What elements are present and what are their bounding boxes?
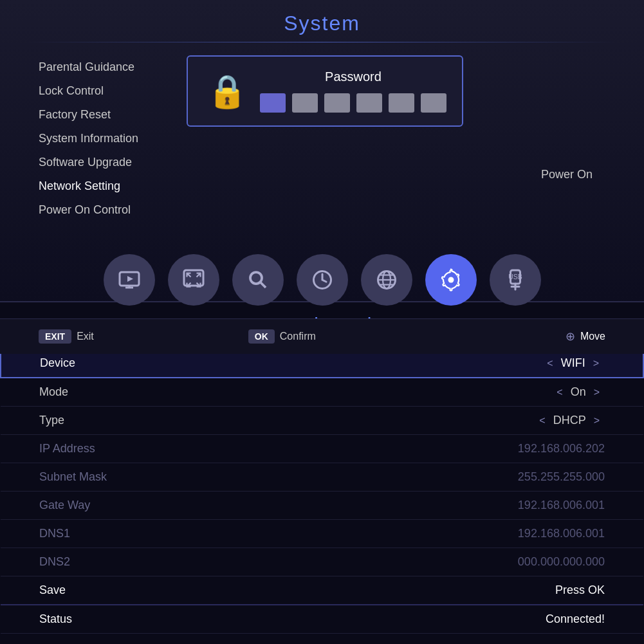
svg-marker-1	[127, 276, 133, 282]
table-row-type[interactable]: Type < DHCP >	[1, 407, 643, 435]
type-left-arrow[interactable]: <	[534, 415, 550, 427]
tv-icon	[118, 268, 141, 291]
table-row-dns2: DNS2 000.000.000.000	[1, 548, 643, 576]
save-value: Press OK	[161, 576, 643, 605]
table-row-status: Status Connected!	[1, 605, 643, 634]
system-content: Parental Guidance Lock Control Factory R…	[0, 42, 644, 222]
menu-item-factory[interactable]: Factory Reset	[39, 103, 180, 127]
move-label: Move	[580, 331, 605, 342]
gateway-label: Gate Way	[1, 492, 161, 520]
clock-icon	[311, 268, 334, 291]
password-boxes	[260, 93, 446, 113]
type-value-text: DHCP	[553, 414, 586, 427]
ok-label: Confirm	[280, 331, 316, 342]
pwd-box-2	[292, 93, 318, 113]
svg-point-3	[250, 272, 262, 284]
move-arrows-icon: ⊕	[566, 329, 575, 344]
table-row-dns1: DNS1 192.168.006.001	[1, 520, 643, 548]
fullscreen-icon-button[interactable]	[168, 254, 219, 306]
footer-ok: OK Confirm	[248, 329, 316, 344]
lock-icon: 🔒	[207, 73, 247, 110]
system-menu: Parental Guidance Lock Control Factory R…	[39, 55, 180, 222]
device-right-arrow[interactable]: >	[588, 358, 604, 369]
menu-item-parental[interactable]: Parental Guidance	[39, 55, 180, 79]
footer-exit: EXIT Exit	[39, 329, 94, 344]
table-row-save[interactable]: Save Press OK	[1, 576, 643, 605]
mode-value: < On >	[161, 378, 643, 407]
ip-label: IP Address	[1, 435, 161, 463]
password-label: Password	[260, 69, 446, 84]
svg-text:USB: USB	[508, 273, 522, 281]
mode-value-text: On	[571, 385, 586, 399]
footer-move: ⊕ Move	[566, 329, 605, 344]
system-title: System	[0, 0, 644, 42]
dns2-label: DNS2	[1, 548, 161, 576]
clock-icon-button[interactable]	[297, 254, 348, 306]
table-row-mode[interactable]: Mode < On >	[1, 378, 643, 407]
exit-label: Exit	[77, 331, 94, 342]
table-row-ip: IP Address 192.168.006.202	[1, 435, 643, 463]
scan-row[interactable]: Scan	[0, 634, 644, 644]
usb-icon-button[interactable]: USB	[490, 254, 541, 306]
status-label: Status	[1, 605, 161, 634]
gateway-value: 192.168.006.001	[161, 492, 643, 520]
menu-item-upgrade[interactable]: Software Upgrade	[39, 151, 180, 174]
mode-label: Mode	[1, 378, 161, 407]
exit-key[interactable]: EXIT	[39, 329, 71, 344]
menu-item-lock[interactable]: Lock Control	[39, 79, 180, 103]
table-row-gateway: Gate Way 192.168.006.001	[1, 492, 643, 520]
status-value: Connected!	[161, 605, 643, 634]
device-left-arrow[interactable]: <	[542, 358, 558, 369]
table-row-subnet: Subnet Mask 255.255.255.000	[1, 463, 643, 492]
menu-item-network[interactable]: Network Setting	[39, 174, 180, 198]
type-label: Type	[1, 407, 161, 435]
tv-icon-button[interactable]	[104, 254, 155, 306]
ok-key[interactable]: OK	[248, 329, 275, 344]
type-right-arrow[interactable]: >	[589, 415, 605, 427]
network-icon-button[interactable]	[361, 254, 412, 306]
pwd-box-6	[421, 93, 446, 113]
device-value-text: WIFI	[561, 356, 585, 370]
password-dialog: 🔒 Password	[187, 55, 463, 127]
network-table: Device < WIFI > Mode < On > Type	[0, 348, 644, 634]
subnet-value: 255.255.255.000	[161, 463, 643, 492]
search-icon	[246, 268, 270, 291]
menu-item-sysinfo[interactable]: System Information	[39, 127, 180, 151]
footer-bar: EXIT Exit OK Confirm ⊕ Move	[0, 318, 644, 354]
type-value: < DHCP >	[161, 407, 643, 435]
pwd-box-1	[260, 93, 286, 113]
menu-item-poweron[interactable]: Power On Control	[39, 198, 180, 222]
settings-icon	[439, 268, 463, 291]
svg-line-4	[260, 282, 265, 288]
network-icon	[375, 268, 398, 291]
mode-right-arrow[interactable]: >	[589, 387, 605, 398]
ip-value: 192.168.006.202	[161, 435, 643, 463]
fullscreen-icon	[182, 268, 205, 291]
dns2-value: 000.000.000.000	[161, 548, 643, 576]
svg-point-11	[448, 277, 454, 283]
pwd-box-3	[324, 93, 350, 113]
usb-icon: USB	[504, 268, 527, 291]
dns1-value: 192.168.006.001	[161, 520, 643, 548]
pwd-box-5	[389, 93, 414, 113]
power-on-label: Power On	[541, 168, 593, 181]
system-panel: System Parental Guidance Lock Control Fa…	[0, 0, 644, 302]
subnet-label: Subnet Mask	[1, 463, 161, 492]
mode-left-arrow[interactable]: <	[551, 387, 567, 398]
save-label: Save	[1, 576, 161, 605]
dns1-label: DNS1	[1, 520, 161, 548]
pwd-box-4	[356, 93, 382, 113]
icons-row: USB	[0, 235, 644, 318]
settings-icon-button[interactable]	[425, 254, 477, 306]
search-icon-button[interactable]	[232, 254, 284, 306]
password-right: Password	[260, 69, 446, 113]
